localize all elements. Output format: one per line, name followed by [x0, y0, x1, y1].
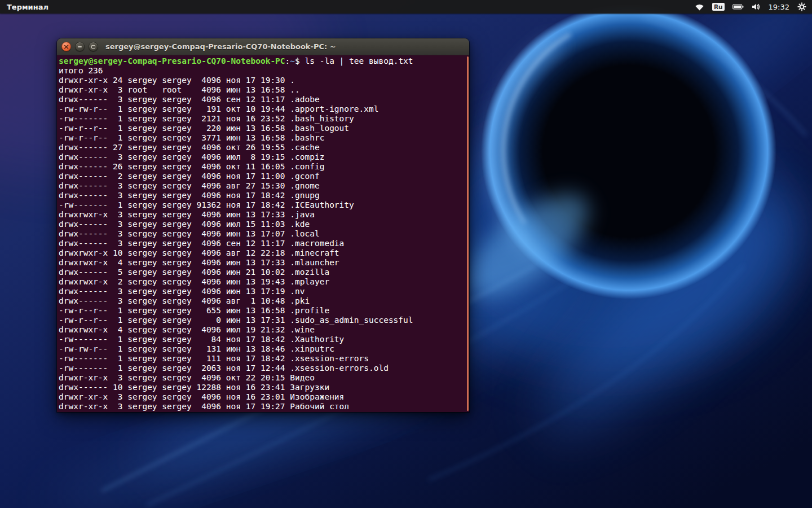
minimize-button[interactable] — [75, 42, 85, 51]
top-panel: Терминал Ru 19:32 — [0, 0, 812, 14]
keyboard-layout-indicator[interactable]: Ru — [712, 3, 725, 11]
system-tray: Ru 19:32 — [695, 2, 812, 11]
terminal-output-line: -rw-rw-r-- 1 sergey sergey 191 окт 10 19… — [59, 104, 469, 114]
battery-icon[interactable] — [732, 4, 744, 10]
terminal-output-line: drwx------ 10 sergey sergey 12288 ноя 16… — [59, 383, 469, 392]
terminal-output-line: -rw-r--r-- 1 sergey sergey 220 июн 13 16… — [59, 124, 469, 133]
typed-command: ls -la | tee вывод.txt — [305, 56, 413, 65]
terminal-output-line: -rw------- 1 sergey sergey 2063 ноя 17 1… — [59, 364, 469, 373]
window-title: sergey@sergey-Compaq-Presario-CQ70-Noteb… — [105, 42, 336, 51]
terminal-output-line: drwx------ 3 sergey sergey 4096 июл 15 1… — [59, 220, 469, 229]
terminal-output-line: -rw------- 1 sergey sergey 91362 ноя 17 … — [59, 200, 469, 210]
terminal-output-line: drwxrwxr-x 2 sergey sergey 4096 июн 13 1… — [59, 277, 469, 287]
maximize-icon — [91, 45, 95, 49]
terminal-output-line: drwx------ 26 sergey sergey 4096 окт 11 … — [59, 162, 469, 172]
terminal-output-line: drwxrwxr-x 3 sergey sergey 4096 июн 13 1… — [59, 210, 469, 220]
terminal-scrollbar[interactable] — [467, 56, 469, 411]
terminal-output-line: drwxrwxr-x 4 sergey sergey 4096 июл 19 2… — [59, 325, 469, 335]
terminal-output-line: drwx------ 3 sergey sergey 4096 июн 13 1… — [59, 287, 469, 296]
terminal-output-line: drwxr-xr-x 3 sergey sergey 4096 окт 22 2… — [59, 373, 469, 383]
terminal-output-line: drwxrwxr-x 4 sergey sergey 4096 июн 13 1… — [59, 258, 469, 268]
volume-icon[interactable] — [752, 3, 761, 10]
maximize-button[interactable] — [89, 42, 98, 51]
terminal-listing: drwxr-xr-x 24 sergey sergey 4096 ноя 17 … — [59, 76, 469, 411]
terminal-output-line: -rw-r--r-- 1 sergey sergey 0 июн 13 17:3… — [59, 316, 469, 325]
terminal-output-line: -rw-rw-r-- 1 sergey sergey 131 июн 13 18… — [59, 344, 469, 354]
terminal-prompt-line: sergey@sergey-Compaq-Presario-CQ70-Noteb… — [59, 56, 469, 66]
terminal-output-line: drwxr-xr-x 3 sergey sergey 4096 ноя 17 1… — [59, 402, 469, 411]
terminal-output-line: drwx------ 3 sergey sergey 4096 авг 27 1… — [59, 181, 469, 191]
session-gear-icon[interactable] — [797, 2, 806, 11]
terminal-output-line: drwx------ 5 sergey sergey 4096 июн 21 1… — [59, 268, 469, 277]
terminal-output-line: drwx------ 2 sergey sergey 4096 ноя 17 1… — [59, 172, 469, 181]
terminal-output-line: drwxr-xr-x 24 sergey sergey 4096 ноя 17 … — [59, 76, 469, 85]
terminal-output-line: drwxr-xr-x 3 sergey sergey 4096 ноя 16 2… — [59, 392, 469, 402]
terminal-output-line: drwx------ 3 sergey sergey 4096 ноя 17 1… — [59, 191, 469, 200]
prompt-path: ~ — [290, 56, 295, 65]
terminal-output-line: -rw------- 1 sergey sergey 111 ноя 17 18… — [59, 354, 469, 364]
prompt-colon: : — [285, 56, 290, 65]
terminal-output-line: -rw------- 1 sergey sergey 84 ноя 17 18:… — [59, 335, 469, 344]
total-line: итого 236 — [59, 66, 469, 76]
window-controls: × — [61, 42, 98, 51]
minimize-icon — [78, 46, 82, 47]
terminal-output-line: drwxr-xr-x 3 root root 4096 июн 13 16:58… — [59, 85, 469, 95]
terminal-output-line: -rw------- 1 sergey sergey 2121 ноя 16 2… — [59, 114, 469, 124]
terminal-output-line: drwx------ 3 sergey sergey 4096 сен 12 1… — [59, 239, 469, 248]
terminal-output-line: -rw-r--r-- 1 sergey sergey 655 июн 13 16… — [59, 306, 469, 316]
network-wifi-icon[interactable] — [695, 3, 704, 11]
terminal-output-line: drwx------ 3 sergey sergey 4096 июл 8 19… — [59, 152, 469, 162]
clock[interactable]: 19:32 — [769, 3, 789, 11]
prompt-user-host: sergey@sergey-Compaq-Presario-CQ70-Noteb… — [59, 56, 285, 65]
prompt-symbol: $ — [295, 56, 304, 65]
terminal-output-line: drwx------ 27 sergey sergey 4096 окт 26 … — [59, 143, 469, 152]
terminal-output-line: -rw-r--r-- 1 sergey sergey 3771 июн 13 1… — [59, 133, 469, 143]
close-button[interactable]: × — [61, 42, 71, 51]
terminal-titlebar[interactable]: × sergey@sergey-Compaq-Presario-CQ70-Not… — [57, 38, 469, 55]
close-icon: × — [63, 43, 69, 50]
terminal-output-line: drwx------ 3 sergey sergey 4096 июн 13 1… — [59, 229, 469, 239]
terminal-output-line: drwx------ 3 sergey sergey 4096 сен 12 1… — [59, 95, 469, 104]
terminal-screen[interactable]: sergey@sergey-Compaq-Presario-CQ70-Noteb… — [57, 55, 469, 412]
active-app-title: Терминал — [0, 3, 48, 11]
terminal-output-line: drwx------ 3 sergey sergey 4096 авг 1 10… — [59, 296, 469, 306]
terminal-output-line: drwxrwxr-x 10 sergey sergey 4096 авг 12 … — [59, 248, 469, 258]
terminal-window: × sergey@sergey-Compaq-Presario-CQ70-Not… — [57, 38, 469, 412]
